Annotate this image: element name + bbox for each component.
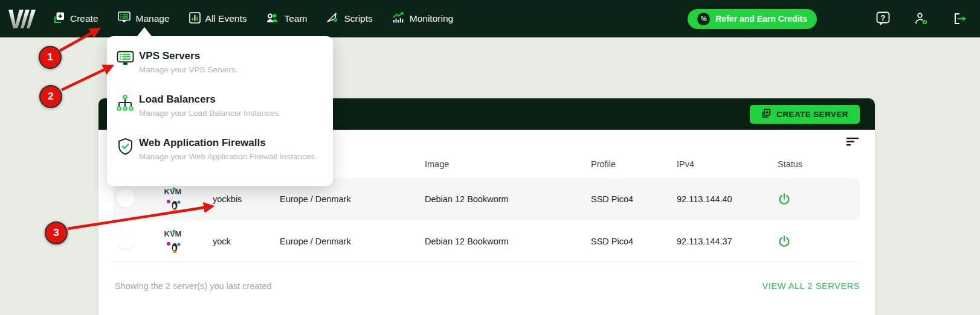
server-location: Europe / Denmark xyxy=(272,237,417,246)
nav-item-create[interactable]: Create xyxy=(53,11,98,26)
monitoring-icon xyxy=(392,11,405,26)
server-profile: SSD Pico4 xyxy=(583,194,669,204)
help-button[interactable]: ? xyxy=(876,11,890,26)
dropdown-caret xyxy=(137,27,152,36)
team-icon xyxy=(266,12,279,26)
nav-item-all-events[interactable]: All Events xyxy=(189,12,247,26)
sort-icon[interactable] xyxy=(846,136,860,150)
nav-item-label: All Events xyxy=(205,13,247,24)
server-location: Europe / Denmark xyxy=(272,194,417,204)
annotation-circle-2: 2 xyxy=(39,85,62,108)
power-status-icon[interactable] xyxy=(778,192,791,206)
server-name: yock xyxy=(204,237,272,246)
create-server-label: CREATE SERVER xyxy=(776,110,848,119)
menu-item-description: Manage your Web Application Firewall Ins… xyxy=(139,152,317,161)
create-icon xyxy=(53,11,65,26)
column-header-profile: Profile xyxy=(583,159,669,169)
nav-item-label: Create xyxy=(70,13,98,24)
footer-summary: Showing the 2 server(s) you last created xyxy=(114,281,272,291)
menu-item-title: VPS Servers xyxy=(139,49,238,62)
row-select-toggle[interactable] xyxy=(117,231,135,249)
percent-icon: % xyxy=(697,13,710,25)
column-header-status: Status xyxy=(759,159,860,169)
nav-item-monitoring[interactable]: Monitoring xyxy=(392,11,453,26)
menu-item-load-balancers[interactable]: Load Balancers Manage your Load Balancer… xyxy=(107,91,333,134)
scripts-icon xyxy=(326,11,339,26)
row-select-toggle[interactable] xyxy=(117,189,135,208)
server-image: Debian 12 Bookworm xyxy=(417,194,583,204)
power-status-icon[interactable] xyxy=(778,235,791,248)
refer-and-earn-button[interactable]: % Refer and Earn Credits xyxy=(688,9,817,29)
server-profile: SSD Pico4 xyxy=(583,237,669,246)
account-settings-button[interactable] xyxy=(914,11,929,26)
nav-item-label: Manage xyxy=(136,13,170,24)
column-header-ipv4: IPv4 xyxy=(669,159,759,169)
menu-item-description: Manage your Load Balancer Instances. xyxy=(139,109,281,118)
nav-item-label: Monitoring xyxy=(410,13,453,24)
annotation-arrow-2 xyxy=(62,66,111,90)
nav-item-label: Scripts xyxy=(344,13,372,24)
server-ipv4: 92.113.144.40 xyxy=(669,194,759,204)
kvm-logo: KVM xyxy=(147,228,204,255)
server-row-yock[interactable]: KVM yock Europe / Denmark Debian 12 Book… xyxy=(114,220,860,262)
create-server-button[interactable]: CREATE SERVER xyxy=(750,105,860,124)
server-image: Debian 12 Bookworm xyxy=(417,237,583,246)
kvm-logo: KVM xyxy=(147,186,204,212)
nav-item-team[interactable]: Team xyxy=(266,12,307,26)
webdock-logo[interactable] xyxy=(8,8,36,29)
menu-item-description: Manage your VPS Servers. xyxy=(139,65,238,74)
server-ipv4: 92.113.144.37 xyxy=(669,237,759,246)
nav-item-manage[interactable]: Manage xyxy=(118,11,170,26)
table-footer: Showing the 2 server(s) you last created… xyxy=(114,281,860,291)
nav-item-label: Team xyxy=(284,13,307,24)
menu-item-vps-servers[interactable]: VPS Servers Manage your VPS Servers. xyxy=(107,47,333,91)
load-balancers-icon xyxy=(116,93,134,112)
menu-item-title: Load Balancers xyxy=(139,93,281,106)
create-server-icon xyxy=(761,109,771,120)
all-events-icon xyxy=(189,12,201,26)
refer-button-label: Refer and Earn Credits xyxy=(715,14,807,24)
question-glyph: ? xyxy=(881,13,886,22)
menu-item-web-application-firewalls[interactable]: Web Application Firewalls Manage your We… xyxy=(107,134,333,177)
waf-shield-icon xyxy=(116,136,134,155)
nav-menu: Create Manage xyxy=(53,11,453,26)
annotation-circle-3: 3 xyxy=(45,221,68,244)
vps-servers-icon xyxy=(116,49,134,67)
server-name: yockbis xyxy=(204,194,272,204)
logout-icon[interactable] xyxy=(953,11,968,26)
nav-item-scripts[interactable]: Scripts xyxy=(326,11,372,26)
navbar-right: % Refer and Earn Credits ? xyxy=(688,9,968,29)
annotation-circle-1: 1 xyxy=(39,46,62,69)
manage-dropdown-menu: VPS Servers Manage your VPS Servers. Loa… xyxy=(107,36,333,186)
column-header-image: Image xyxy=(417,159,583,169)
manage-icon xyxy=(118,11,131,26)
menu-item-title: Web Application Firewalls xyxy=(139,136,317,149)
view-all-servers-link[interactable]: VIEW ALL 2 SERVERS xyxy=(762,281,860,291)
